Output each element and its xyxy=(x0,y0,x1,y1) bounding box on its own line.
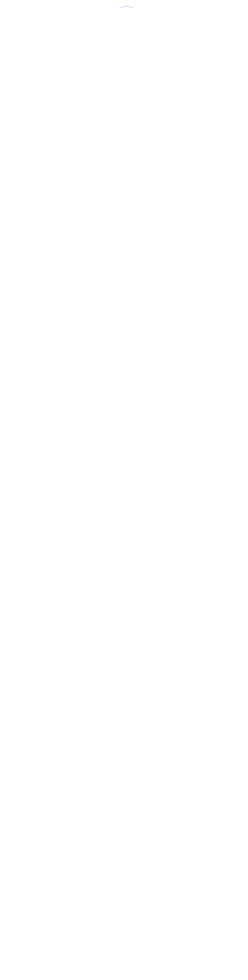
start-terminal: Start xyxy=(119,6,134,8)
